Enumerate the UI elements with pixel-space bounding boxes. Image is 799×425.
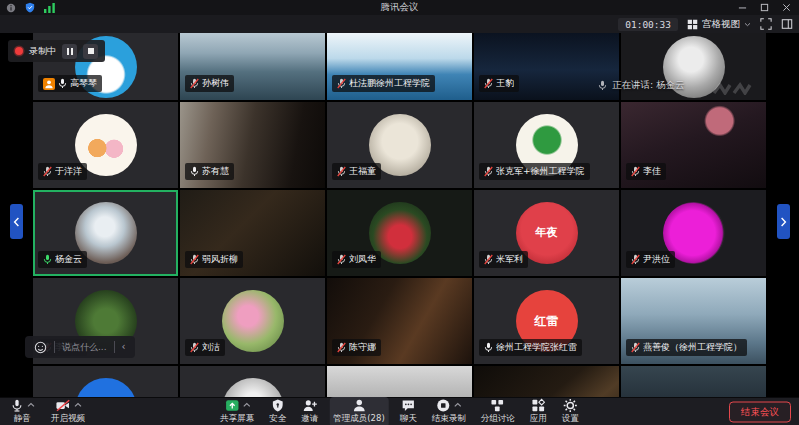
video-cell-r3c3-刘凤华[interactable]: 刘凤华 — [327, 190, 472, 276]
minimize-button[interactable] — [731, 0, 753, 15]
video-cell-r3c1-杨金云[interactable]: 杨金云 — [33, 190, 178, 276]
toolbar-security-button[interactable]: 安全 — [265, 397, 290, 425]
video-cell-r3c2-弱风折柳[interactable]: 弱风折柳 — [180, 190, 325, 276]
chevron-down-icon — [744, 22, 751, 27]
video-cell-r2c3-王福童[interactable]: 王福童 — [327, 102, 472, 188]
chevron-up-icon[interactable] — [27, 402, 35, 408]
video-cell-r2c5-李佳[interactable]: 李佳 — [621, 102, 766, 188]
collapse-chat-icon[interactable]: ‹ — [122, 342, 126, 352]
toolbar-video-button[interactable]: 开启视频 — [47, 397, 89, 425]
chevron-up-icon[interactable] — [74, 402, 82, 408]
video-cell-r4c5-燕善俊（徐州工程学院）[interactable]: 燕善俊（徐州工程学院） — [621, 278, 766, 364]
chevron-up-icon[interactable] — [242, 402, 250, 408]
avatar-text: 年夜 — [536, 227, 558, 239]
toolbar-settings-button[interactable]: 设置 — [558, 397, 583, 425]
toolbar-label: 结束录制 — [432, 413, 466, 425]
mic-muted-icon — [631, 166, 640, 177]
view-mode-button[interactable]: 宫格视图 — [687, 18, 751, 31]
stop-recording-button[interactable] — [83, 44, 98, 59]
participant-name-label: 孙树伟 — [185, 75, 234, 92]
toolbar-share-button[interactable]: 共享屏幕 — [216, 397, 258, 425]
participant-name-label: 张克军+徐州工程学院 — [479, 163, 590, 180]
previous-page-arrow[interactable] — [10, 204, 23, 239]
video-cell-r1c3-杜法鹏徐州工程学院[interactable]: 杜法鹏徐州工程学院 — [327, 33, 472, 100]
chat-input-placeholder[interactable]: 说点什么... — [62, 341, 107, 354]
end-meeting-button[interactable]: 结束会议 — [729, 401, 791, 422]
video-cell-r2c4-张克军+徐州工程学院[interactable]: 张克军+徐州工程学院 — [474, 102, 619, 188]
video-cell-r4c2-刘洁[interactable]: 刘洁 — [180, 278, 325, 364]
participant-name-label: 陈守娜 — [332, 339, 381, 356]
chevron-up-icon[interactable] — [454, 402, 462, 408]
toolbar-apps-button[interactable]: 应用 — [526, 397, 551, 425]
recording-status-label: 录制中 — [29, 45, 56, 58]
toolbar-label: 设置 — [562, 413, 579, 425]
maximize-button[interactable] — [753, 0, 775, 15]
toolbar-label: 共享屏幕 — [220, 413, 254, 425]
toolbar-label: 邀请 — [301, 413, 318, 425]
video-cell-r2c1-于洋洋[interactable]: 于洋洋 — [33, 102, 178, 188]
participant-name: 燕善俊（徐州工程学院） — [643, 341, 742, 354]
participant-name: 苏有慧 — [202, 165, 229, 178]
divider — [54, 341, 55, 353]
mic-muted-icon — [337, 254, 346, 265]
close-button[interactable] — [775, 0, 797, 15]
video-cell-r4c4-徐州工程学院张红雷[interactable]: 红雷徐州工程学院张红雷 — [474, 278, 619, 364]
toolbar-stoprecord-button[interactable]: 结束录制 — [428, 397, 470, 425]
toolbar-label: 开启视频 — [51, 413, 85, 425]
toolbar-invite-button[interactable]: 邀请 — [297, 397, 322, 425]
grid-view-icon — [687, 19, 698, 30]
mic-muted-icon — [631, 254, 640, 265]
participant-name-label: 于洋洋 — [38, 163, 87, 180]
participant-name-label: 米军利 — [479, 251, 528, 268]
speaking-text: 正在讲话: 杨金云 — [612, 79, 685, 92]
meeting-timer: 01:00:33 — [618, 18, 678, 31]
participant-name: 刘洁 — [202, 341, 220, 354]
participant-name: 王福童 — [349, 165, 376, 178]
participant-name: 孙树伟 — [202, 77, 229, 90]
toolbar-members-button[interactable]: 管理成员(28) — [329, 397, 388, 425]
toolbar-chat-button[interactable]: 聊天 — [396, 397, 421, 425]
speaking-indicator: 正在讲话: 杨金云 — [598, 79, 685, 92]
video-cell-r1c2-孙树伟[interactable]: 孙树伟 — [180, 33, 325, 100]
chat-icon — [401, 398, 416, 413]
toolbar-label: 分组讨论 — [481, 413, 515, 425]
meeting-controls-bar: 01:00:33 宫格视图 — [0, 15, 799, 33]
mic-icon — [190, 166, 199, 177]
recording-dot-icon — [15, 47, 23, 55]
toolbar-breakout-button[interactable]: 分组讨论 — [477, 397, 519, 425]
video-cell-r2c2-苏有慧[interactable]: 苏有慧 — [180, 102, 325, 188]
mic-muted-icon — [337, 78, 346, 89]
participant-name-label: 刘洁 — [185, 339, 225, 356]
mic-muted-icon — [484, 78, 493, 89]
bottom-toolbar: 静音开启视频 共享屏幕安全邀请管理成员(28)聊天结束录制分组讨论应用设置 结束… — [0, 397, 799, 425]
mic-muted-icon — [631, 342, 640, 353]
settings-icon — [563, 398, 578, 413]
divider — [114, 341, 115, 353]
chat-quick-bar[interactable]: 说点什么... ‹ — [25, 336, 135, 358]
breakout-icon — [490, 398, 505, 413]
fullscreen-icon[interactable] — [760, 18, 772, 30]
participant-name: 尹洪位 — [643, 253, 670, 266]
video-cell-r3c5-尹洪位[interactable]: 尹洪位 — [621, 190, 766, 276]
participant-name-label: 燕善俊（徐州工程学院） — [626, 339, 747, 356]
side-panel-icon[interactable] — [781, 18, 793, 30]
participant-name: 米军利 — [496, 253, 523, 266]
participant-name-label: 尹洪位 — [626, 251, 675, 268]
participant-name-label: 王豹 — [479, 75, 519, 92]
recording-indicator: 录制中 — [8, 40, 105, 62]
participant-name: 高琴琴 — [70, 77, 97, 90]
apps-icon — [531, 398, 546, 413]
participant-name: 弱风折柳 — [202, 253, 238, 266]
participant-name: 杜法鹏徐州工程学院 — [349, 77, 430, 90]
emoji-icon[interactable] — [34, 341, 47, 354]
next-page-arrow[interactable] — [777, 204, 790, 239]
pause-recording-button[interactable] — [62, 44, 77, 59]
participant-name: 杨金云 — [55, 253, 82, 266]
stoprecord-icon — [436, 398, 451, 413]
video-cell-r4c3-陈守娜[interactable]: 陈守娜 — [327, 278, 472, 364]
mic-muted-icon — [190, 342, 199, 353]
video-cell-r3c4-米军利[interactable]: 年夜米军利 — [474, 190, 619, 276]
toolbar-label: 静音 — [14, 413, 31, 425]
mic-icon — [58, 78, 67, 89]
toolbar-mute-button[interactable]: 静音 — [6, 397, 39, 425]
